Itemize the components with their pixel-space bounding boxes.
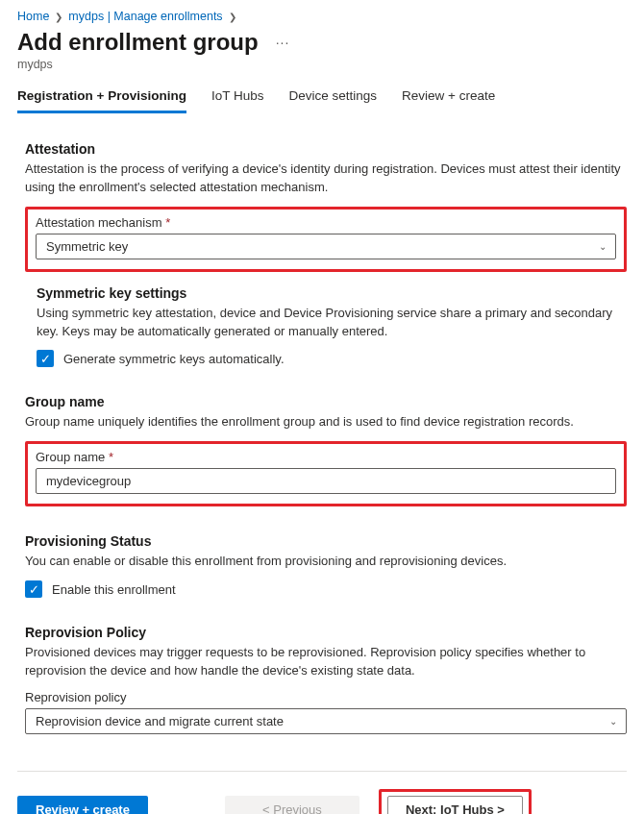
reprovision-policy-label: Reprovision policy xyxy=(25,690,627,704)
breadcrumb: Home ❯ mydps | Manage enrollments ❯ xyxy=(17,10,627,23)
page-header: Add enrollment group ··· xyxy=(17,29,627,56)
attestation-mechanism-label: Attestation mechanism * xyxy=(36,215,616,230)
group-name-input[interactable] xyxy=(36,468,616,494)
page-title: Add enrollment group xyxy=(17,29,259,56)
group-name-title: Group name xyxy=(25,394,627,409)
enable-enrollment-checkbox[interactable]: ✓ xyxy=(25,580,42,598)
chevron-right-icon: ❯ xyxy=(55,12,62,22)
group-name-desc: Group name uniquely identifies the enrol… xyxy=(25,413,627,432)
symmetric-key-desc: Using symmetric key attestation, device … xyxy=(37,305,627,341)
breadcrumb-home[interactable]: Home xyxy=(17,10,49,23)
required-mark: * xyxy=(165,215,170,230)
required-mark: * xyxy=(109,450,113,464)
symmetric-key-settings: Symmetric key settings Using symmetric k… xyxy=(37,285,627,368)
attestation-highlight: Attestation mechanism * ⌄ xyxy=(25,207,627,272)
provisioning-status-title: Provisioning Status xyxy=(25,533,627,549)
provisioning-status-desc: You can enable or disable this enrollmen… xyxy=(25,553,627,571)
next-iot-hubs-button[interactable]: Next: IoT Hubs > xyxy=(387,796,523,814)
reprovision-policy-desc: Provisioned devices may trigger requests… xyxy=(25,644,627,680)
tab-review-create[interactable]: Review + create xyxy=(402,88,495,113)
tab-registration-provisioning[interactable]: Registration + Provisioning xyxy=(17,88,186,113)
tabs: Registration + Provisioning IoT Hubs Dev… xyxy=(17,88,627,114)
page-subtitle: mydps xyxy=(17,58,627,71)
footer-separator xyxy=(17,771,627,772)
tab-device-settings[interactable]: Device settings xyxy=(288,88,377,113)
more-dots-icon[interactable]: ··· xyxy=(276,35,290,50)
next-button-highlight: Next: IoT Hubs > xyxy=(379,789,532,814)
footer-buttons: Review + create < Previous Next: IoT Hub… xyxy=(17,789,627,814)
breadcrumb-mydps[interactable]: mydps | Manage enrollments xyxy=(68,10,222,23)
attestation-mechanism-select[interactable] xyxy=(36,234,616,259)
enable-enrollment-label: Enable this enrollment xyxy=(52,582,176,597)
chevron-right-icon: ❯ xyxy=(229,12,236,22)
group-name-label: Group name * xyxy=(36,450,616,464)
review-create-button[interactable]: Review + create xyxy=(17,796,148,814)
attestation-desc: Attestation is the process of verifying … xyxy=(25,160,627,197)
group-name-highlight: Group name * xyxy=(25,441,627,506)
reprovision-policy-title: Reprovision Policy xyxy=(25,625,627,640)
symmetric-key-title: Symmetric key settings xyxy=(37,285,627,301)
tab-iot-hubs[interactable]: IoT Hubs xyxy=(211,88,264,113)
previous-button[interactable]: < Previous xyxy=(225,796,359,814)
generate-keys-label: Generate symmetric keys automatically. xyxy=(63,352,285,366)
generate-keys-checkbox[interactable]: ✓ xyxy=(37,350,54,367)
attestation-title: Attestation xyxy=(25,141,627,157)
reprovision-policy-select[interactable] xyxy=(25,708,627,734)
